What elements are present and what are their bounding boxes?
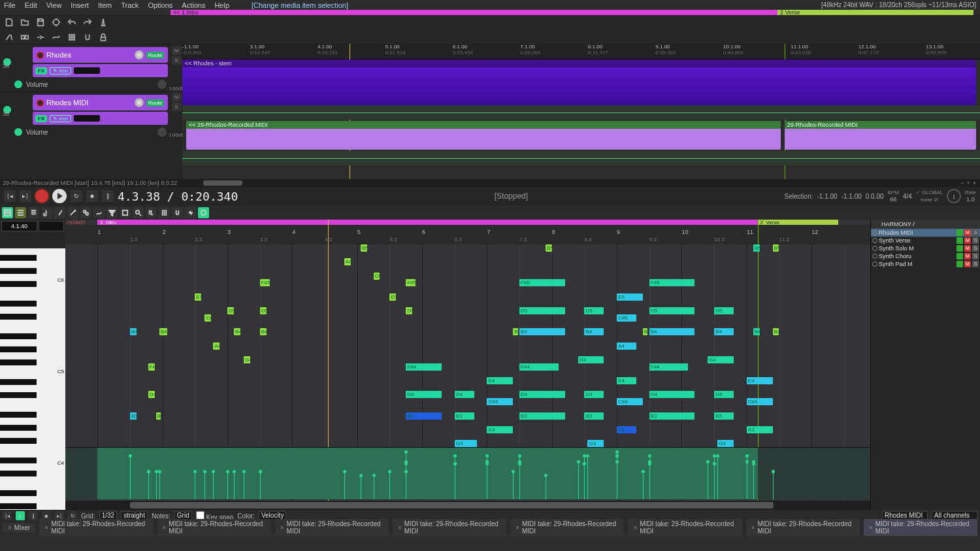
- tab-close-icon[interactable]: ×: [633, 524, 637, 531]
- piano-roll-view-icon[interactable]: [2, 207, 13, 218]
- step-input-icon[interactable]: [146, 207, 157, 218]
- midi-note[interactable]: B3: [584, 412, 604, 420]
- midi-note[interactable]: A4: [213, 342, 220, 350]
- docker-tab[interactable]: ×MIDI take: 29-Rhodes-Recorded MIDI: [157, 519, 271, 536]
- midi-note[interactable]: D5: [260, 307, 267, 314]
- midi-note[interactable]: G4: [708, 356, 734, 363]
- track-visibility-icon[interactable]: [872, 261, 877, 267]
- pan-knob-icon[interactable]: [135, 98, 144, 107]
- midi-note[interactable]: E4: [747, 377, 773, 384]
- midi-note[interactable]: D4: [714, 391, 734, 398]
- docker-tab[interactable]: ×MIDI take: 29-Rhodes-Recorded MIDI: [864, 519, 977, 536]
- midi-region-intro[interactable]: 1 Intro: [97, 220, 757, 225]
- named-notes-view-icon[interactable]: [15, 207, 26, 218]
- midi-note[interactable]: F#5: [519, 279, 565, 286]
- midi-note[interactable]: B4: [260, 328, 267, 335]
- automation-mode[interactable]: none ⊘: [921, 197, 938, 203]
- midi-note[interactable]: D5: [406, 307, 412, 314]
- midi-note[interactable]: A3: [487, 426, 513, 433]
- track-mute-button[interactable]: M: [964, 253, 971, 259]
- track-list-row[interactable]: Synth Solo MMS: [871, 244, 980, 252]
- midi-note[interactable]: E4: [487, 377, 513, 384]
- track-visibility-icon[interactable]: [872, 238, 877, 243]
- docker-tab[interactable]: ×MIDI take: 29-Rhodes-Recorded MIDI: [275, 519, 389, 536]
- midi-note[interactable]: C#5: [617, 314, 636, 322]
- midi-note[interactable]: F#4: [649, 363, 689, 371]
- lock-icon[interactable]: [97, 31, 110, 44]
- midi-note[interactable]: E4: [617, 377, 636, 384]
- transport-time[interactable]: 4.3.38 / 0:20.340: [118, 190, 238, 203]
- region-intro[interactable]: << 1 Intro: [171, 10, 777, 15]
- midi-note[interactable]: B4: [159, 328, 167, 335]
- midi-note[interactable]: B4: [513, 328, 517, 335]
- item-grouping-icon[interactable]: [18, 31, 31, 44]
- midi-snap-icon[interactable]: [172, 207, 183, 218]
- tab-close-icon[interactable]: ×: [751, 524, 755, 531]
- midi-region-verse[interactable]: 2 Verse: [758, 220, 838, 225]
- docker-tab[interactable]: ×MIDI take: 29-Rhodes-Recorded MIDI: [393, 519, 506, 536]
- midi-note[interactable]: G3: [455, 440, 478, 447]
- midi-note[interactable]: B3: [130, 412, 137, 420]
- save-project-icon[interactable]: [34, 16, 47, 29]
- docker-tab[interactable]: ×MIDI take: 29-Rhodes-Recorded MIDI: [628, 519, 742, 536]
- midi-note[interactable]: G5: [374, 273, 380, 280]
- track-color-icon[interactable]: [956, 245, 963, 252]
- docker-tab[interactable]: ×MIDI take: 29-Rhodes-Recorded MIDI: [746, 519, 860, 536]
- snap-icon[interactable]: [81, 31, 94, 44]
- tab-close-icon[interactable]: ×: [163, 524, 167, 531]
- midi-note[interactable]: B5: [773, 244, 779, 252]
- zoom-tool-icon[interactable]: [133, 207, 144, 218]
- midi-note[interactable]: G4: [244, 356, 250, 363]
- record-button[interactable]: [35, 190, 48, 203]
- envelope-label[interactable]: Volume: [26, 81, 154, 88]
- envelope-power-icon[interactable]: [14, 128, 22, 136]
- track-name[interactable]: Rhodes MIDI: [46, 99, 132, 107]
- event-list-view-icon[interactable]: [28, 207, 39, 218]
- play-button[interactable]: [52, 189, 67, 203]
- midi-grid-icon[interactable]: [159, 207, 170, 218]
- midi-note[interactable]: D4: [406, 391, 442, 398]
- midi-note[interactable]: A4: [617, 342, 636, 350]
- midi-preview-icon[interactable]: [185, 207, 196, 218]
- tab-close-icon[interactable]: ×: [8, 524, 12, 531]
- envelope-knob-icon[interactable]: [157, 127, 167, 137]
- midi-note[interactable]: B4: [584, 328, 604, 335]
- midi-note[interactable]: B4: [773, 328, 779, 335]
- menu-actions[interactable]: Actions: [182, 1, 205, 9]
- track-list-row[interactable]: Synth Pad MMS: [871, 260, 980, 268]
- track-visibility-icon[interactable]: [872, 254, 877, 259]
- midi-note-grid[interactable]: =START 1 Intro 2 Verse 11.322.333.344.35…: [65, 220, 870, 510]
- selection-start[interactable]: -1.1.00: [817, 193, 838, 200]
- envelope-knob-icon[interactable]: [157, 80, 167, 89]
- midi-note[interactable]: B3: [519, 412, 565, 420]
- envelope-power-icon[interactable]: [14, 80, 22, 88]
- cc-lane[interactable]: [65, 447, 870, 499]
- docker-tab[interactable]: ×MIDI take: 29-Rhodes-Recorded MIDI: [510, 519, 624, 536]
- track-solo-button[interactable]: S: [972, 245, 979, 252]
- menu-edit[interactable]: Edit: [25, 1, 37, 9]
- timeline-ruler[interactable]: -1.1.00-0:0.9093.1.000:14.5454.1.000:18.…: [182, 44, 980, 59]
- track-list-header[interactable]: HARMONY /: [871, 220, 980, 229]
- menu-help[interactable]: Help: [214, 1, 229, 9]
- envelope-move-icon[interactable]: [50, 31, 63, 44]
- filter-events-icon[interactable]: [54, 207, 65, 218]
- midi-start-marker[interactable]: =START: [65, 220, 73, 225]
- menu-item[interactable]: Item: [98, 1, 112, 9]
- open-project-icon[interactable]: [18, 16, 31, 29]
- selection-len[interactable]: 0.0.00: [866, 193, 884, 200]
- midi-note[interactable]: B4: [519, 328, 565, 335]
- record-arm-button[interactable]: [37, 52, 44, 59]
- trim-button[interactable]: ✎ trim: [50, 67, 71, 75]
- track-color-icon[interactable]: [956, 237, 963, 244]
- volume-meter[interactable]: [74, 67, 100, 74]
- selection-end[interactable]: -1.1.00: [841, 193, 862, 200]
- track-list-row[interactable]: Synth VerseMS: [871, 237, 980, 244]
- bpm-value[interactable]: 66: [890, 196, 896, 203]
- midi-note[interactable]: B3: [649, 412, 695, 420]
- solo-button[interactable]: S: [172, 103, 182, 111]
- track-mute-button[interactable]: M: [964, 229, 971, 236]
- record-arm-button[interactable]: [37, 99, 44, 107]
- track-color-icon[interactable]: [956, 229, 963, 236]
- midi-clip[interactable]: << 29-Rhodes-Recorded MIDI: [186, 121, 781, 150]
- track-solo-button[interactable]: S: [972, 237, 979, 244]
